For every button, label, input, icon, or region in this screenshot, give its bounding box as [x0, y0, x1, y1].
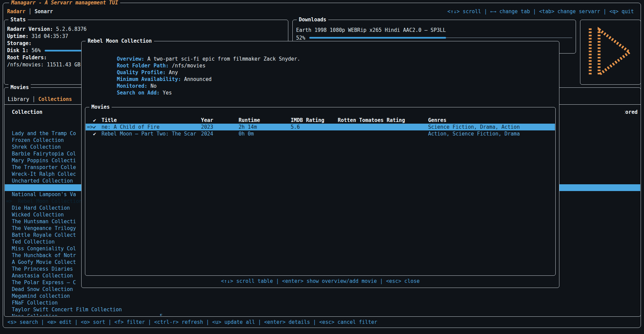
- stats-panel-title: Stats: [8, 16, 28, 23]
- movies-panel-title: Movies: [8, 84, 31, 91]
- disk-percent-text: 56%: [31, 47, 41, 54]
- selection-arrow: =>: [87, 124, 93, 130]
- storage-label: Storage:: [7, 40, 31, 47]
- tab-sonarr[interactable]: Sonarr: [35, 8, 53, 15]
- detail-field-value: No: [151, 83, 157, 89]
- collection-movies-title: Movies: [89, 104, 112, 110]
- detail-field-label: Search on Add:: [117, 90, 159, 96]
- version-spacer: [53, 26, 56, 33]
- uptime-spacer: [28, 33, 31, 40]
- tab-library[interactable]: Library: [8, 96, 29, 103]
- header-collection: Collection: [12, 109, 42, 116]
- header-title: Title: [102, 117, 117, 124]
- disk-spacer: [28, 47, 31, 54]
- download-gauge-fill: [309, 37, 446, 39]
- movies-table-header: ✔ Title Year Runtime IMDB Rating Rotten …: [86, 117, 555, 124]
- modal-title: Rebel Moon Collection: [86, 38, 154, 44]
- tab-radarr[interactable]: Radarr: [7, 8, 25, 15]
- collection-row[interactable]: => Nana Collection 2 /nfs/movies Any Yes: [5, 299, 640, 306]
- disk-label: Disk 1:: [7, 47, 28, 54]
- movies-tab-separator: │: [29, 96, 38, 103]
- tab-collections[interactable]: Collections: [38, 96, 72, 103]
- global-keybinding-help: <↑↓> scroll | ←→ change tab | <tab> chan…: [447, 8, 634, 15]
- detail-field-label: Monitored:: [117, 83, 147, 89]
- detail-field-value: Announced: [184, 76, 212, 82]
- collection-row[interactable]: => Taylor Swift Concert Film Collection …: [5, 293, 640, 299]
- header-imdb-rating: IMDB Rating: [291, 117, 324, 124]
- root-folder-value: /nfs/movies: 11511.43 GB: [7, 61, 81, 68]
- logo-panel: [580, 20, 641, 85]
- servarr-tabs: Radarr │ Sonarr: [7, 8, 53, 15]
- download-percent-text: 52%: [296, 35, 305, 41]
- version-value: 5.2.6.8376: [56, 26, 87, 33]
- download-item-title: Earth 1998 1080p WEBRip x265 Hindi AAC2.…: [296, 27, 572, 34]
- detail-field-label: Root Folder Path:: [117, 63, 169, 69]
- uptime-value: 31d 04:35:37: [31, 33, 68, 40]
- check-icon: ✔: [93, 124, 96, 130]
- download-progress-row: 52%: [296, 34, 572, 41]
- version-label: Radarr Version:: [7, 26, 53, 33]
- tab-separator2: [31, 8, 35, 15]
- detail-field-value: /nfs/movies: [172, 63, 205, 69]
- app-title: Managarr - A Servarr management TUI: [9, 0, 120, 6]
- collection-detail-fields: Overview:A two-part sci-fi epic from fil…: [86, 49, 300, 89]
- stats-version-line: Radarr Version: 5.2.6.8376: [7, 26, 285, 33]
- detail-field-value: Yes: [163, 90, 172, 96]
- movie-year: 2024: [201, 130, 213, 137]
- collection-details-modal: Rebel Moon Collection Overview:A two-par…: [81, 41, 559, 288]
- tab-separator-bar: │: [28, 8, 31, 15]
- movie-row[interactable]: => ✔ ne: A Child of Fire 2023 2h 14m 5.6…: [86, 124, 555, 130]
- detail-field-label: Minimum Availability:: [117, 76, 181, 82]
- footer-keybinding-help: <s> search | <e> edit | <o> sort | <f> f…: [7, 319, 377, 326]
- detail-field: Overview:A two-part sci-fi epic from fil…: [86, 49, 300, 56]
- movie-title: ne: A Child of Fire: [102, 124, 160, 130]
- movies-tabs: Library │ Collections: [8, 96, 72, 103]
- movie-runtime: 2h 14m: [239, 124, 257, 130]
- movie-year: 2023: [201, 124, 213, 130]
- detail-field-value: Any: [169, 69, 178, 76]
- detail-field-label: Quality Profile:: [117, 69, 166, 76]
- uptime-label: Uptime:: [7, 33, 28, 40]
- header-monitored: Monitored: [625, 109, 638, 116]
- modal-keybinding-help: <↑↓> scroll table | <enter> show overvie…: [82, 278, 559, 285]
- detail-field-label: Overview:: [117, 56, 144, 62]
- collection-movies-panel: Movies ✔ Title Year Runtime IMDB Rating …: [85, 107, 556, 276]
- collection-row[interactable]: => Miraculous Collection 2 /nfs/movies A…: [5, 306, 640, 313]
- header-runtime: Runtime: [239, 117, 260, 124]
- movie-runtime: 0h 0m: [239, 130, 254, 137]
- check-icon: ✔: [93, 130, 96, 137]
- header-year: Year: [201, 117, 213, 124]
- movie-genres: Action, Science Fiction, Drama: [428, 130, 520, 137]
- tab-separator: [25, 8, 28, 15]
- movie-imdb-rating: 5.6: [291, 124, 300, 130]
- collection-movie-count: 5: [160, 313, 163, 316]
- managarr-tui-screen: Managarr - A Servarr management TUI Rada…: [0, 0, 644, 334]
- detail-field-value: A two-part sci-fi epic from filmmaker Za…: [148, 56, 301, 62]
- header-genres: Genres: [428, 117, 446, 124]
- movie-genres: Science Fiction, Drama, Action: [428, 124, 520, 130]
- movie-title: Rebel Moon – Part Two: The Scar: [102, 130, 196, 137]
- downloads-panel-title: Downloads: [297, 16, 328, 23]
- root-folders-label: Root Folders:: [7, 54, 47, 61]
- header-rotten-tomatoes-rating: Rotten Tomatoes Rating: [338, 117, 405, 124]
- movie-row[interactable]: ✔ Rebel Moon – Part Two: The Scar 2024 0…: [86, 130, 555, 137]
- check-icon: ✔: [93, 117, 96, 124]
- managarr-logo: [585, 25, 636, 79]
- download-progress-gauge: [309, 37, 572, 39]
